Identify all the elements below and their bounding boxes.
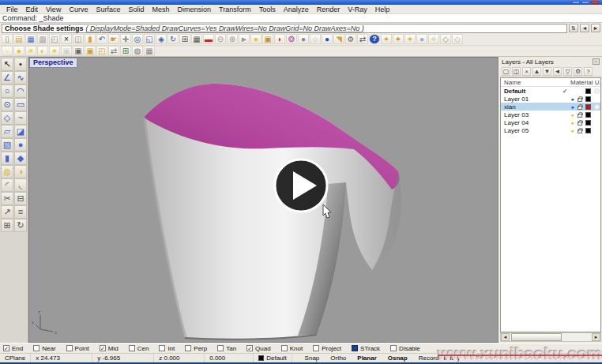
solid-icon[interactable]: ◆ [14,152,27,165]
layer-visibility-bulb-icon[interactable]: ● [569,128,576,133]
circle-icon[interactable]: ○ [1,84,13,98]
command-prev-button[interactable]: ◄ [580,24,589,32]
boolean-difference-icon[interactable]: ◑ [14,165,27,178]
spotlight-glow-icon[interactable]: ✶ [49,46,60,56]
help-icon[interactable]: ? [369,34,380,44]
command-prompt-input[interactable]: Choose Shade settings ( DisplayMode=Shad… [2,24,567,33]
cut-icon[interactable]: × [61,34,72,44]
rectangle-icon[interactable]: ▭ [14,98,27,111]
layer-tools-icon[interactable]: ⚙ [574,67,582,76]
arc-icon[interactable]: ◠ [14,84,27,98]
layer-visibility-bulb-icon[interactable]: ● [569,120,576,126]
spotlight-icon[interactable]: ◐ [37,46,48,56]
scrollbar-thumb[interactable] [511,333,562,341]
lock-object-icon[interactable]: ▣ [262,34,273,44]
vray-sphere-icon[interactable]: ● [416,34,427,44]
rotate-view-icon[interactable]: ↻ [167,34,179,44]
layer-color-swatch[interactable] [585,104,591,110]
command-next-button[interactable]: ► [591,24,600,32]
layer-row[interactable]: Default ✓ ● [501,87,600,95]
minimize-button[interactable] [572,1,580,4]
layer-lock-icon[interactable] [576,120,584,126]
osnap-checkbox[interactable] [3,345,9,351]
move-up-icon[interactable]: ▲ [532,67,541,76]
menu-item[interactable]: Render [313,6,344,13]
link-copy-icon[interactable]: ⇄ [357,34,368,44]
vray-gold-2-icon[interactable]: ✦ [393,34,404,44]
current-layer-check[interactable]: ✓ [561,88,569,95]
status-toggle[interactable]: Snap [305,355,320,362]
osnap-checkbox[interactable] [217,345,224,351]
menu-item[interactable]: Surface [92,6,124,13]
zoom-extents-icon[interactable]: ⊞ [179,34,190,44]
osnap-checkbox[interactable] [390,345,397,351]
open-folder-icon[interactable]: ▤ [13,34,24,44]
print-icon[interactable]: ▥ [37,34,48,44]
osnap-checkbox[interactable] [313,345,319,351]
lock-dark-icon[interactable]: ▣ [73,46,84,56]
curve-icon[interactable]: ∿ [14,71,27,84]
copy-picture-icon[interactable]: ◰ [49,34,60,44]
layer-material-dot[interactable] [593,104,600,110]
array-grid-icon[interactable]: ▦ [144,46,155,56]
freeform-icon[interactable]: ~ [14,111,27,125]
current-layer-indicator[interactable]: Default [254,354,292,362]
trim-icon[interactable]: ✂ [1,192,13,205]
menu-item[interactable]: Tools [255,6,280,13]
command-prompt-options[interactable]: ( DisplayMode=Shaded DrawCurves=Yes Draw… [86,24,364,32]
diamond-2-icon[interactable]: ◇ [452,34,463,44]
delete-icon[interactable]: ▬ [203,34,214,44]
osnap-checkbox[interactable] [100,345,106,351]
new-sublayer-icon[interactable]: ◫ [512,67,521,76]
osnap-checkbox[interactable] [352,345,358,351]
render-sphere-icon[interactable]: ● [298,34,309,44]
menu-item[interactable]: Transform [215,6,255,13]
osnap-checkbox[interactable] [185,345,191,351]
maximize-button[interactable] [581,1,589,4]
options-gears-icon[interactable]: ⚙ [345,34,356,44]
menu-item[interactable]: Edit [22,6,43,13]
menu-item[interactable]: Analyze [280,6,313,13]
layer-row[interactable]: Layer 01 ● [501,95,600,103]
globe-icon[interactable]: ◍ [132,46,143,56]
split-icon[interactable]: ⊟ [14,192,27,205]
layer-link-icon[interactable]: ⇄ [108,46,119,56]
undo-icon[interactable]: ↶ [96,34,107,44]
show-object-icon[interactable]: ⊕ [227,34,238,44]
move-down-icon[interactable]: ▼ [543,67,551,76]
close-button[interactable] [591,1,599,4]
render-blue-icon[interactable]: ● [322,34,333,44]
layer-color-swatch[interactable] [585,96,591,102]
lock-gold-icon[interactable]: ▣ [85,46,96,56]
layer-lock-icon[interactable] [576,112,584,118]
scrollbar-track[interactable] [510,333,592,341]
column-header-name[interactable]: Name [501,79,570,86]
menu-item[interactable]: View [42,6,65,13]
surface-icon[interactable]: ▱ [1,125,13,138]
bulb-glow-icon[interactable]: ☀ [25,46,36,56]
pan-hand-icon[interactable]: ☛ [108,34,119,44]
new-file-icon[interactable]: ▯ [2,34,13,44]
fillet-icon[interactable]: ◜ [1,178,13,192]
vray-gold-3-icon[interactable]: ✦ [404,34,416,44]
menu-item[interactable]: File [2,6,22,13]
polyline-icon[interactable]: ∠ [1,71,13,84]
menu-item[interactable]: Solid [124,6,148,13]
chamfer-icon[interactable]: ◟ [14,178,27,192]
command-history-line[interactable]: Command: _Shade [0,14,602,23]
menu-item[interactable]: Dimension [173,6,215,13]
perspective-viewport[interactable]: Perspective [28,57,499,343]
render-shell-icon[interactable]: ◗ [274,34,285,44]
sphere-icon[interactable]: ● [14,138,27,152]
four-viewports-icon[interactable]: ▦ [191,34,202,44]
bulb-on-icon[interactable]: ● [13,46,24,56]
status-toggle[interactable]: Planar [357,355,376,362]
layer-row[interactable]: Layer 03 ● [501,111,600,118]
color-wheel-icon[interactable]: ❂ [286,34,297,44]
lock-white-icon[interactable]: ▣ [61,46,72,56]
layer-color-swatch[interactable] [585,112,591,118]
menu-item[interactable]: Help [371,6,394,13]
paste-icon[interactable]: ▮ [85,34,96,44]
status-toggle[interactable]: Osnap [388,355,408,362]
select-visible-icon[interactable]: ► [239,34,250,44]
